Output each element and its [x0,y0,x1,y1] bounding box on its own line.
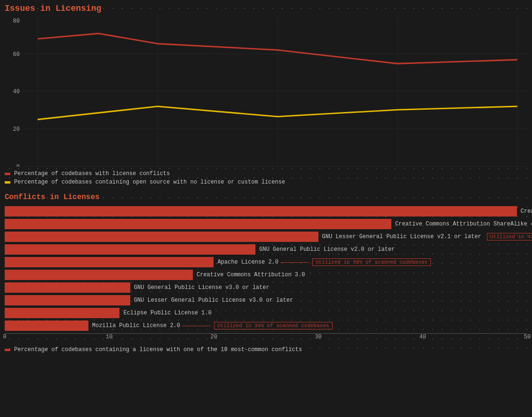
bar-row: GNU General Public License v2.0 or later [5,244,527,255]
bar-row: GNU Lesser General Public License v3.0 o… [5,295,527,305]
bottom-legend-label: Percentage of codebases containing a lic… [14,346,302,353]
bar-label: Creative Commons Attribution ShareAlike … [395,221,532,227]
top-chart-svg: 0 20 40 60 80 [5,16,527,167]
bar-label: GNU Lesser General Public License v2.1 o… [322,233,481,240]
top-chart-area: 0 20 40 60 80 [5,16,527,167]
annotation-connector [182,326,210,326]
bar-annotation: Utilized in 43% of scanned codebases [487,233,532,241]
bar-row: Creative Commons Attribution 3.0 [5,270,527,280]
bar-annotation: Utilized in 90% of scanned codebases [312,258,431,266]
top-chart-title: Issues in Licensing [5,4,527,13]
bar-row: Apache License 2.0Utilized in 90% of sca… [5,257,527,267]
bottom-chart-legend: Percentage of codebases containing a lic… [5,346,527,353]
svg-rect-21 [5,181,10,184]
x-label-40: 40 [420,334,426,340]
bar-fill [5,219,391,229]
x-label-10: 10 [106,334,112,340]
bar-label: Mozilla Public License 2.0 [92,322,180,329]
legend-dot-red [5,171,10,176]
bar-fill [5,321,88,331]
bar-chart-area: Creative Commons Attribution ShareAlike … [5,206,527,331]
bar-label: GNU Lesser General Public License v3.0 o… [134,297,293,304]
svg-rect-20 [5,173,10,175]
bar-label: Apache License 2.0 [217,259,278,265]
bar-annotation: Utilized in 34% of scanned codebases [214,322,333,329]
svg-text:80: 80 [13,18,20,24]
bar-row: Creative Commons Attribution ShareAlike … [5,219,527,229]
bar-row: Eclipse Public License 1.0 [5,308,527,318]
svg-text:20: 20 [13,126,20,132]
bar-label: Creative Commons Attribution 3.0 [197,272,305,278]
bottom-chart-wrapper: Conflicts in Licenses Creative Commons A… [5,193,527,353]
bar-label: Creative Commons Attribution ShareAlike … [521,208,532,215]
bar-row: Creative Commons Attribution ShareAlike … [5,206,527,217]
page-container: Issues in Licensing 0 20 40 60 80 [0,0,532,357]
bar-fill [5,282,130,293]
annotation-connector [280,262,309,263]
legend-item-red: Percentage of codebases with license con… [5,170,527,177]
bar-row: GNU General Public License v3.0 or later [5,282,527,293]
bottom-x-axis: 0 10 20 30 40 50 [5,333,527,343]
bar-label: GNU General Public License v3.0 or later [134,284,270,291]
bar-fill [5,206,517,217]
x-label-30: 30 [315,334,321,340]
bar-label: GNU General Public License v2.0 or later [259,246,395,253]
svg-rect-22 [5,349,10,351]
top-chart-content: Issues in Licensing 0 20 40 60 80 [5,4,527,185]
bar-row: Mozilla Public License 2.0Utilized in 34… [5,321,527,331]
bottom-chart-content: Conflicts in Licenses Creative Commons A… [5,193,527,353]
x-label-20: 20 [210,334,217,340]
top-chart-legend: Percentage of codebases with license con… [5,170,527,185]
bar-fill [5,295,130,305]
bar-fill [5,232,318,242]
legend-label-red: Percentage of codebases with license con… [14,170,170,177]
bar-fill [5,257,214,267]
svg-text:0: 0 [16,164,20,167]
legend-dot-yellow [5,179,10,185]
bar-label: Eclipse Public License 1.0 [123,310,211,316]
legend-dot-bottom [5,347,10,353]
legend-label-yellow: Percentage of codebases containing open … [14,179,285,185]
x-label-50: 50 [524,334,531,340]
svg-text:40: 40 [13,88,20,95]
top-chart-wrapper: Issues in Licensing 0 20 40 60 80 [5,4,527,185]
bar-fill [5,270,193,280]
bar-row: GNU Lesser General Public License v2.1 o… [5,232,527,242]
x-label-0: 0 [3,334,6,340]
conflicts-chart-title: Conflicts in Licenses [5,193,527,201]
bar-fill [5,244,255,255]
bar-fill [5,308,119,318]
legend-item-yellow: Percentage of codebases containing open … [5,179,527,185]
svg-text:60: 60 [13,51,20,57]
